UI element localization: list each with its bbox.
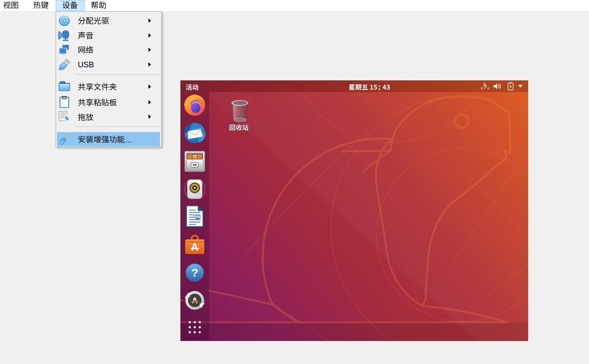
svg-text:?: ? — [483, 83, 487, 90]
svg-text:A: A — [191, 242, 199, 253]
svg-text:A: A — [192, 296, 198, 305]
svg-text:?: ? — [191, 266, 198, 279]
